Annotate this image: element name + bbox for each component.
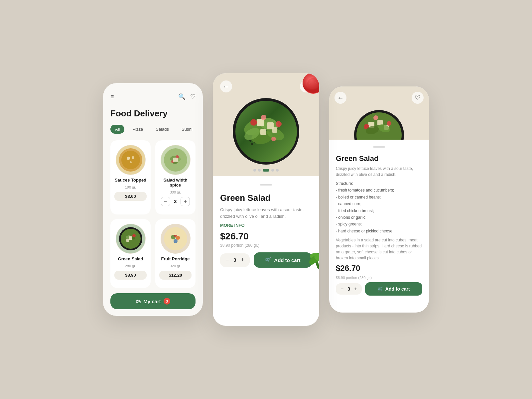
qty-increase-s3[interactable]: + bbox=[354, 286, 357, 292]
add-to-cart-button-s3[interactable]: 🛒 Add to cart bbox=[365, 282, 422, 296]
dot-3 bbox=[263, 169, 269, 172]
svg-point-43 bbox=[254, 142, 255, 143]
category-tabs: All Pizza Salads Sushi Soup bbox=[110, 125, 196, 134]
more-info-link[interactable]: MORE INFO bbox=[220, 223, 312, 228]
cart-count-badge: 3 bbox=[164, 298, 170, 305]
qty-decrease-s2[interactable]: − bbox=[225, 257, 229, 264]
qty-value-salad: 3 bbox=[174, 199, 177, 204]
qty-control: − 3 + bbox=[220, 253, 250, 267]
food-card-fruit-porridge: Fruit Porridge 320 gr. $12.20 bbox=[155, 219, 196, 288]
search-icon[interactable]: 🔍 bbox=[178, 93, 186, 100]
svg-point-3 bbox=[127, 157, 130, 160]
page-title: Food Delivery bbox=[110, 108, 196, 119]
svg-point-37 bbox=[250, 119, 257, 126]
add-to-cart-label-s3: Add to cart bbox=[385, 286, 410, 292]
svg-point-21 bbox=[132, 234, 136, 237]
screen1-topbar: ≡ 🔍 ♡ bbox=[110, 93, 196, 100]
hamburger-icon[interactable]: ≡ bbox=[110, 93, 114, 100]
s3-salad-title: Green Salad bbox=[336, 154, 422, 163]
svg-point-5 bbox=[130, 161, 132, 163]
food-name-green-salad: Green Salad bbox=[118, 256, 143, 261]
slide-handle bbox=[260, 184, 272, 186]
tomato-decoration bbox=[301, 73, 319, 96]
structure-item-5: - onions or garlic; bbox=[336, 215, 366, 220]
tab-pizza[interactable]: Pizza bbox=[128, 125, 148, 134]
food-price-green-salad[interactable]: $8.90 bbox=[114, 271, 147, 280]
s3-portion: $8.90 portion (280 gr.) bbox=[336, 276, 422, 280]
favorite-button-s3[interactable]: ♡ bbox=[412, 92, 424, 104]
screen2-salad-detail: ← ♡ bbox=[213, 73, 319, 326]
dot-5 bbox=[276, 169, 279, 172]
bowl-inner bbox=[235, 101, 297, 162]
screen3-hero: ← ♡ bbox=[329, 86, 429, 140]
svg-point-41 bbox=[249, 140, 251, 142]
svg-point-23 bbox=[164, 227, 187, 250]
food-card-green-salad: Green Salad 280 gr. $8.90 bbox=[110, 219, 151, 288]
svg-point-38 bbox=[276, 121, 282, 127]
dot-4 bbox=[271, 169, 274, 172]
cart-bag-icon: 🛍 bbox=[136, 299, 141, 304]
food-image-salad-spice bbox=[161, 145, 191, 175]
screens-container: ≡ 🔍 ♡ Food Delivery All Pizza Salads Sus… bbox=[103, 73, 429, 326]
s3-short-description: Crispy juicy lettuce leaves with a sour … bbox=[336, 166, 422, 178]
structure-item-6: - spicy greens; bbox=[336, 222, 362, 226]
structure-header: Structure: bbox=[336, 181, 353, 186]
svg-point-42 bbox=[251, 143, 253, 145]
tab-all[interactable]: All bbox=[110, 125, 124, 134]
qty-value-s3: 3 bbox=[347, 286, 350, 292]
my-cart-button[interactable]: 🛍 My cart 3 bbox=[110, 293, 196, 309]
screen3-actions: − 3 + 🛒 Add to cart bbox=[336, 282, 422, 296]
svg-point-26 bbox=[174, 239, 178, 243]
svg-point-27 bbox=[174, 235, 177, 237]
svg-rect-33 bbox=[257, 119, 264, 126]
food-weight-sauces: 190 gr. bbox=[125, 185, 136, 189]
food-weight-salad-spice: 300 gr. bbox=[170, 190, 181, 194]
screen1-food-list: ≡ 🔍 ♡ Food Delivery All Pizza Salads Sus… bbox=[103, 83, 203, 316]
dot-2 bbox=[258, 169, 261, 172]
svg-point-39 bbox=[261, 115, 266, 120]
slide-handle-s3 bbox=[373, 146, 385, 148]
screen1-action-icons: 🔍 ♡ bbox=[178, 93, 196, 100]
salad-description: Crispy juicy lettuce leaves with a sour … bbox=[220, 206, 312, 219]
s3-structure: Structure: - fresh tomatoes and cucumber… bbox=[336, 180, 422, 234]
svg-point-60 bbox=[373, 115, 378, 120]
structure-item-1: - fresh tomatoes and cucumbers; bbox=[336, 188, 394, 193]
screen2-topbar: ← ♡ bbox=[220, 80, 312, 92]
svg-point-4 bbox=[132, 156, 134, 159]
screen2-actions: − 3 + 🛒 Add to cart bbox=[220, 252, 312, 268]
qty-row-salad-spice: − 3 + bbox=[161, 197, 190, 206]
back-button-s3[interactable]: ← bbox=[334, 92, 346, 104]
svg-point-2 bbox=[121, 151, 140, 169]
food-card-sauces-topped: Sauces Topped 190 gr. $3.60 bbox=[110, 140, 151, 214]
salad-price: $26.70 bbox=[220, 231, 312, 242]
s3-price: $26.70 bbox=[336, 264, 422, 273]
tab-sushi[interactable]: Sushi bbox=[177, 125, 197, 134]
favorite-icon[interactable]: ♡ bbox=[190, 93, 196, 100]
tab-salads[interactable]: Salads bbox=[151, 125, 174, 134]
cart-icon-s2: 🛒 bbox=[265, 257, 271, 263]
qty-increase-salad[interactable]: + bbox=[181, 197, 190, 206]
tab-soup[interactable]: Soup bbox=[200, 125, 203, 134]
qty-decrease-s3[interactable]: − bbox=[340, 286, 343, 292]
screen3-topbar: ← ♡ bbox=[334, 92, 424, 104]
structure-item-2: - boiled or canned beans; bbox=[336, 195, 381, 200]
s3-qty-control: − 3 + bbox=[336, 283, 362, 295]
salad-title: Green Salad bbox=[220, 193, 312, 203]
food-price-fruit-porridge[interactable]: $12.20 bbox=[159, 271, 192, 280]
qty-increase-s2[interactable]: + bbox=[241, 257, 244, 264]
s3-long-description: Vegetables in a salad are cut into cubes… bbox=[336, 237, 422, 261]
add-to-cart-label-s2: Add to cart bbox=[274, 257, 300, 263]
svg-rect-13 bbox=[173, 158, 178, 162]
my-cart-label: My cart bbox=[143, 299, 161, 304]
food-weight-green-salad: 280 gr. bbox=[125, 264, 136, 268]
food-name-sauces: Sauces Topped bbox=[115, 178, 146, 183]
qty-decrease-salad[interactable]: − bbox=[161, 197, 170, 206]
food-price-sauces[interactable]: $3.60 bbox=[114, 192, 147, 201]
screen3-body: Green Salad Crispy juicy lettuce leaves … bbox=[329, 140, 429, 313]
food-image-green-salad bbox=[116, 224, 146, 254]
salad-portion: $8.90 portion (280 gr.) bbox=[220, 243, 312, 248]
food-name-salad-spice: Salad width spice bbox=[159, 178, 192, 188]
structure-item-3: - canned corn; bbox=[336, 201, 361, 206]
food-weight-fruit-porridge: 320 gr. bbox=[170, 264, 181, 268]
back-button[interactable]: ← bbox=[220, 80, 232, 92]
